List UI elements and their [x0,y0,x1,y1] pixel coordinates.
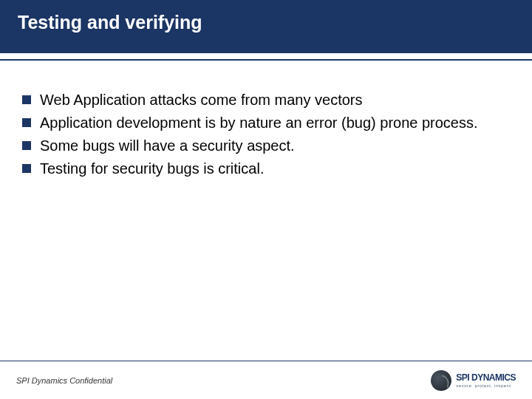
list-item: Testing for security bugs is critical. [22,159,510,179]
bullet-icon [22,95,31,104]
bullet-text: Web Application attacks come from many v… [40,90,362,110]
logo-tagline: secure. protect. inspect. [456,383,516,388]
list-item: Application development is by nature an … [22,113,510,133]
bullet-list: Web Application attacks come from many v… [22,90,510,179]
logo-icon [431,370,451,391]
slide-title: Testing and verifying [18,12,514,33]
bullet-text: Application development is by nature an … [40,113,478,133]
list-item: Web Application attacks come from many v… [22,90,510,110]
bullet-text: Testing for security bugs is critical. [40,159,264,179]
logo-text: SPI DYNAMICS secure. protect. inspect. [456,373,516,388]
slide-body: Web Application attacks come from many v… [0,61,532,361]
bullet-icon [22,141,31,150]
logo-name: SPI DYNAMICS [456,373,516,382]
company-logo: SPI DYNAMICS secure. protect. inspect. [431,370,516,391]
bullet-icon [22,118,31,127]
bullet-icon [22,164,31,173]
slide-header: Testing and verifying [0,0,532,53]
bullet-text: Some bugs will have a security aspect. [40,136,295,156]
confidential-label: SPI Dynamics Confidential [16,376,112,385]
list-item: Some bugs will have a security aspect. [22,136,510,156]
slide-footer: SPI Dynamics Confidential SPI DYNAMICS s… [0,361,532,399]
slide: Testing and verifying Web Application at… [0,0,532,399]
